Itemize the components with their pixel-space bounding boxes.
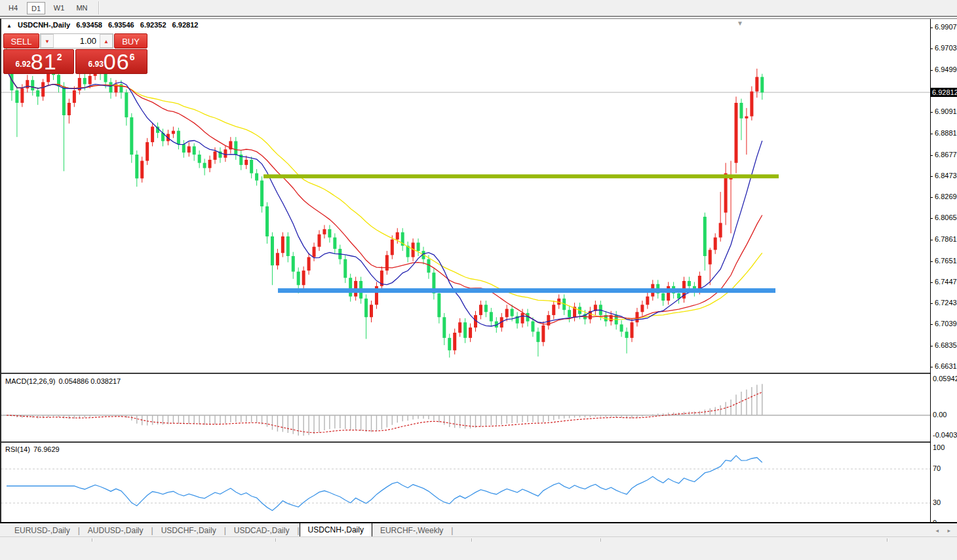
terminal-window: H4D1W1MN ▲ USDCNH-,Daily 6.93458 6.93546… [0,0,957,560]
rsi-plot[interactable] [1,443,930,529]
price-tick-label: 6.94990 [935,65,957,73]
sell-price-small: 6.92 [16,60,31,69]
price-tick-label: 6.82690 [935,193,957,200]
price-tick-mark [930,112,933,113]
panel-separator[interactable] [1,441,957,443]
sell-price-sup: 2 [57,52,62,62]
price-tick-mark [930,282,933,283]
tab-usdcnh-daily[interactable]: USDCNH-,Daily [300,523,372,536]
tab-usdcad-daily[interactable]: USDCAD-,Daily [226,524,298,536]
macd-axis-label: -0.040371 [933,431,957,439]
price-tick-mark [930,367,933,367]
price-tick-mark [930,70,933,71]
macd-plot[interactable] [1,375,930,441]
price-tick-mark [930,28,933,28]
macd-axis-label: 0.059422 [933,375,957,383]
buy-price-panel[interactable]: 6.93 06 6 [75,49,147,74]
sell-price-big: 81 [31,52,57,71]
price-tick-label: 6.74470 [935,278,957,286]
chevron-down-icon: ▼ [45,39,50,45]
tabs-scroll-right-icon[interactable]: ▸ [947,527,950,534]
status-bar [0,536,957,560]
statusbar-separator [600,538,602,542]
tab-eurusd-daily[interactable]: EURUSD-,Daily [7,524,78,536]
timeframe-d1[interactable]: D1 [27,2,45,14]
price-tick-label: 6.86770 [935,151,957,159]
tab-eurchf-weekly[interactable]: EURCHF-,Weekly [372,524,451,536]
buy-price-small: 6.93 [88,60,104,69]
current-price-badge: 6.92812 [931,88,957,97]
one-click-trade-widget: SELL ▼ 1.00 ▲ BUY 6.92 81 2 6.93 06 6 [3,33,147,74]
price-tick-label: 6.68350 [935,341,957,349]
price-tick-label: 6.66310 [935,362,957,370]
macd-axis-label: 0.00 [933,411,947,419]
tab-audusd-daily[interactable]: AUDUSD-,Daily [80,524,151,536]
price-tick-label: 6.72430 [935,299,957,307]
statusbar-separator [275,538,277,542]
volume-input[interactable]: 1.00 [54,34,100,48]
timeframe-h4[interactable]: H4 [4,2,22,14]
price-tick-mark [930,324,933,325]
price-tick-label: 6.88810 [935,129,957,137]
price-tick-mark [930,176,933,177]
price-tick-mark [930,303,933,304]
price-tick-label: 6.84730 [935,172,957,179]
volume-box: ▼ 1.00 ▲ [40,33,113,48]
price-tick-mark [930,346,933,346]
tab-usdchf-daily[interactable]: USDCHF-,Daily [153,524,224,536]
price-tick-mark [930,240,933,240]
timeframe-w1[interactable]: W1 [50,2,68,14]
price-tick-mark [930,261,933,262]
price-tick-label: 6.97030 [935,44,957,52]
buy-price-sup: 6 [130,52,135,62]
price-tick-mark [930,155,933,156]
price-tick-mark [930,218,933,219]
timeframe-bar: H4D1W1MN [4,2,96,14]
price-tick-label: 6.78610 [935,235,957,243]
chart-window[interactable]: ▲ USDCNH-,Daily 6.93458 6.93546 6.92352 … [0,18,957,555]
price-tick-label: 6.99070 [935,23,957,31]
timeframe-mn[interactable]: MN [73,2,91,14]
chevron-up-icon: ▲ [104,39,109,45]
statusbar-separator [471,538,473,542]
buy-price-big: 06 [104,52,130,71]
buy-button[interactable]: BUY [114,33,147,48]
price-tick-mark [930,48,933,49]
statusbar-separator [92,538,93,542]
price-tick-label: 6.80650 [935,214,957,221]
symbol-tab-bar: EURUSD-,Daily|AUDUSD-,Daily|USDCHF-,Dail… [0,522,957,536]
rsi-axis-label: 100 [933,443,945,451]
panel-separator[interactable] [1,373,957,374]
price-tick-mark [930,197,933,198]
sell-button[interactable]: SELL [3,33,39,48]
statusbar-separator [887,538,888,542]
price-tick-mark [930,134,933,134]
timeframe-toolbar: H4D1W1MN [0,0,957,17]
tab-separator: | [451,526,453,536]
volume-increase-button[interactable]: ▲ [100,34,113,48]
toolbar-separator [98,1,100,14]
sell-price-panel[interactable]: 6.92 81 2 [3,49,74,74]
price-tick-label: 6.76510 [935,257,957,265]
price-tick-label: 6.70390 [935,320,957,327]
volume-decrease-button[interactable]: ▼ [41,34,54,48]
tabs-scroll-left-icon[interactable]: ◂ [935,527,939,534]
rsi-axis-label: 70 [933,464,941,472]
rsi-axis-label: 30 [933,498,941,506]
price-tick-label: 6.90910 [935,107,957,115]
